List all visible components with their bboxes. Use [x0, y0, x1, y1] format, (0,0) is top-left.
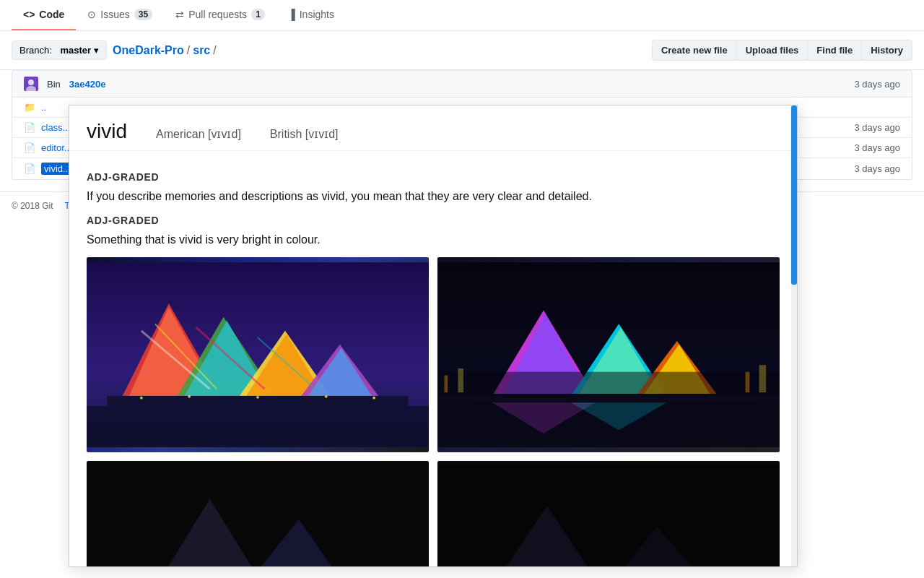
- file-class[interactable]: class...: [41, 122, 70, 133]
- file-editor[interactable]: editor...: [41, 142, 72, 153]
- pr-icon: [175, 9, 184, 20]
- insights-icon: [288, 9, 295, 20]
- dictionary-overlay: vivid American [vɪvɪd] British [vɪvɪd] A…: [69, 105, 798, 220]
- file-vivid-time: 3 days ago: [854, 163, 900, 174]
- tab-insights[interactable]: Insights: [276, 0, 346, 30]
- dict-pron-british: British [vɪvɪd]: [270, 127, 339, 141]
- file-class-time: 3 days ago: [854, 122, 900, 133]
- dict-pos-2: ADJ-GRADED: [87, 215, 780, 220]
- file-editor-time: 3 days ago: [854, 142, 900, 153]
- pron-british-label: British: [270, 128, 305, 140]
- dict-header: vivid American [vɪvɪd] British [vɪvɪd]: [69, 105, 797, 151]
- toolbar-buttons: Create new file Upload files Find file H…: [652, 40, 912, 61]
- file-icon-class: 📄: [24, 122, 35, 133]
- scrollbar[interactable]: [791, 105, 797, 220]
- tab-insights-label: Insights: [300, 9, 334, 20]
- find-file-button[interactable]: Find file: [808, 40, 862, 61]
- commit-hash[interactable]: 3ae420e: [69, 79, 106, 90]
- dict-pron-american: American [vɪvɪd]: [156, 127, 241, 141]
- issues-icon: [87, 9, 96, 20]
- pron-american-label: American: [156, 128, 208, 140]
- dict-word: vivid: [87, 120, 127, 143]
- upload-files-button[interactable]: Upload files: [737, 40, 808, 61]
- branch-name: master: [60, 45, 91, 56]
- file-browser-header: Bin 3ae420e 3 days ago: [12, 71, 912, 98]
- file-icon-editor: 📄: [24, 142, 35, 153]
- breadcrumb-repo[interactable]: OneDark-Pro: [113, 44, 184, 57]
- svg-point-1: [28, 79, 34, 85]
- top-nav: Code Issues 35 Pull requests 1 Insights: [0, 0, 924, 31]
- history-button[interactable]: History: [862, 40, 912, 61]
- tab-code[interactable]: Code: [12, 0, 76, 30]
- branch-label: Branch:: [19, 45, 52, 56]
- issues-badge: 35: [134, 9, 152, 20]
- pron-british-phonetic: [vɪvɪd]: [305, 128, 339, 140]
- code-icon: [23, 9, 35, 20]
- file-parent[interactable]: ..: [41, 102, 46, 113]
- tab-issues[interactable]: Issues 35: [76, 0, 164, 30]
- tab-code-label: Code: [39, 9, 64, 20]
- footer-copyright: © 2018 Git: [12, 201, 53, 211]
- tab-issues-label: Issues: [100, 9, 129, 20]
- breadcrumb-sep1: /: [187, 44, 190, 57]
- create-new-file-button[interactable]: Create new file: [652, 40, 737, 61]
- breadcrumb: OneDark-Pro / src /: [113, 44, 646, 57]
- breadcrumb-sep2: /: [213, 44, 216, 57]
- file-icon-vivid: 📄: [24, 163, 35, 174]
- parent-icon: 📁: [24, 102, 35, 113]
- tab-pr-label: Pull requests: [188, 9, 247, 20]
- commit-author: Bin: [47, 79, 61, 90]
- breadcrumb-folder[interactable]: src: [193, 44, 210, 57]
- scrollbar-thumb[interactable]: [791, 105, 797, 220]
- tab-pull-requests[interactable]: Pull requests 1: [164, 0, 276, 30]
- dict-pos-1: ADJ-GRADED: [87, 171, 780, 183]
- commit-time: 3 days ago: [854, 79, 900, 90]
- pron-american-phonetic: [vɪvɪd]: [208, 128, 241, 140]
- repo-toolbar: Branch: master OneDark-Pro / src / Creat…: [0, 31, 924, 70]
- dict-def-1: If you describe memories and description…: [87, 187, 780, 206]
- avatar: [24, 77, 38, 91]
- branch-selector[interactable]: Branch: master: [12, 40, 107, 60]
- pr-badge: 1: [251, 9, 265, 20]
- dict-body: ADJ-GRADED If you describe memories and …: [69, 151, 797, 220]
